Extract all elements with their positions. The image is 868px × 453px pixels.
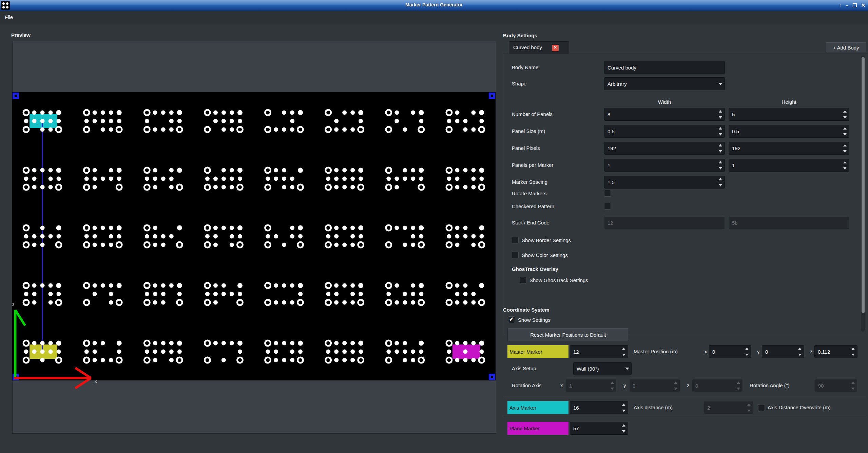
spin-down-button[interactable]	[841, 131, 849, 137]
keep-above-icon[interactable]: ↑	[839, 1, 842, 9]
show-ghostrack-settings-checkbox[interactable]	[520, 277, 526, 283]
minimize-icon[interactable]: –	[846, 1, 848, 9]
marker-r3-c1[interactable]	[84, 283, 122, 305]
marker-r2-c1[interactable]	[84, 225, 122, 248]
show-color-settings-checkbox[interactable]	[512, 252, 519, 258]
spin-up-button[interactable]	[841, 125, 849, 131]
marker-r2-c5[interactable]	[326, 225, 364, 248]
panel-size-height-spinbox[interactable]: 0.5	[729, 125, 849, 138]
marker-r0-c4[interactable]	[265, 110, 303, 132]
panels-per-marker-height-spinbox[interactable]: 1	[729, 159, 849, 172]
marker-r1-c1[interactable]	[84, 168, 122, 190]
marker-r1-c3[interactable]	[205, 168, 243, 190]
spin-down-button[interactable]	[716, 165, 725, 171]
marker-r0-c3[interactable]	[205, 110, 243, 132]
spin-up-button[interactable]	[716, 176, 725, 182]
marker-r3-c5[interactable]	[326, 283, 364, 305]
spin-up-button[interactable]	[716, 159, 725, 165]
spin-down-button[interactable]	[716, 182, 725, 188]
number-of-panels-height-spinbox[interactable]: 5	[729, 108, 849, 121]
spin-up-button[interactable]	[716, 142, 725, 148]
spin-up-button[interactable]	[849, 346, 857, 352]
marker-r0-c7[interactable]	[446, 110, 484, 132]
spin-down-button[interactable]	[620, 428, 628, 434]
panels-per-marker-width-spinbox[interactable]: 1	[604, 159, 725, 172]
end-code-input[interactable]: 5b	[729, 216, 849, 229]
spin-down-button[interactable]	[841, 165, 849, 171]
close-tab-icon[interactable]	[552, 45, 559, 51]
master-position-z-spinbox[interactable]: 0.112	[814, 345, 857, 358]
axis-marker-id-spinbox[interactable]: 16	[570, 401, 628, 414]
title-bar[interactable]: Marker Pattern Generator ↑ – ❐ ✕	[0, 0, 868, 11]
plane-marker-id-spinbox[interactable]: 57	[570, 422, 628, 435]
spin-down-button[interactable]	[849, 352, 857, 358]
show-border-settings-checkbox[interactable]	[512, 237, 519, 243]
spin-down-button[interactable]	[743, 352, 751, 358]
panel-pixels-width-spinbox[interactable]: 192	[604, 142, 725, 155]
axis-setup-dropdown[interactable]: Wall (90°)	[573, 362, 632, 375]
marker-r1-c5[interactable]	[326, 168, 364, 190]
reset-marker-positions-button[interactable]: Reset Marker Positions to Default	[507, 328, 629, 341]
marker-r1-c2[interactable]	[144, 168, 182, 190]
marker-canvas[interactable]: zx	[12, 92, 496, 380]
spin-up-button[interactable]	[716, 108, 725, 114]
shape-dropdown[interactable]: Arbitrary	[604, 77, 725, 90]
menu-file[interactable]: File	[5, 14, 13, 20]
marker-r4-c5[interactable]	[326, 340, 364, 363]
start-code-input[interactable]: 12	[604, 216, 725, 229]
scrollbar-thumb[interactable]	[862, 57, 865, 313]
marker-r1-c6[interactable]	[386, 168, 424, 190]
spin-up-button[interactable]	[743, 346, 751, 352]
number-of-panels-width-spinbox[interactable]: 8	[604, 108, 725, 121]
marker-r4-c2[interactable]	[144, 340, 182, 363]
marker-r4-c4[interactable]	[265, 340, 303, 363]
marker-r0-c5[interactable]	[326, 110, 364, 132]
spin-up-button[interactable]	[716, 125, 725, 131]
master-marker-id-spinbox[interactable]: 12	[570, 345, 628, 358]
panel-size-width-spinbox[interactable]: 0.5	[604, 125, 725, 138]
marker-r3-c6[interactable]	[386, 283, 424, 305]
marker-r3-c7[interactable]	[446, 283, 484, 305]
marker-r2-c2[interactable]	[144, 225, 182, 248]
marker-spacing-spinbox[interactable]: 1.5	[604, 176, 725, 189]
spin-up-button[interactable]	[620, 401, 628, 408]
spin-down-button[interactable]	[796, 352, 804, 358]
spin-up-button[interactable]	[841, 142, 849, 148]
rotate-markers-checkbox[interactable]	[604, 190, 611, 197]
marker-r1-c4[interactable]	[265, 168, 303, 190]
marker-r3-c2[interactable]	[144, 283, 182, 305]
panel-pixels-height-spinbox[interactable]: 192	[729, 142, 849, 155]
master-position-y-spinbox[interactable]: 0	[762, 345, 804, 358]
marker-r3-c4[interactable]	[265, 283, 303, 305]
spin-down-button[interactable]	[620, 408, 628, 414]
axis-distance-overwrite-checkbox[interactable]	[758, 404, 765, 411]
show-settings-checkbox[interactable]	[508, 316, 515, 323]
maximize-icon[interactable]: ❐	[852, 1, 857, 9]
marker-r2-c0[interactable]	[23, 225, 61, 248]
spin-down-button[interactable]	[716, 114, 725, 120]
marker-r1-c7[interactable]	[446, 168, 484, 190]
spin-up-button[interactable]	[841, 159, 849, 165]
spin-down-button[interactable]	[716, 148, 725, 154]
master-position-x-spinbox[interactable]: 0	[709, 345, 751, 358]
spin-down-button[interactable]	[716, 131, 725, 137]
marker-r2-c6[interactable]	[386, 225, 424, 248]
marker-r4-c6[interactable]	[386, 340, 424, 363]
marker-r2-c4[interactable]	[265, 225, 303, 248]
spin-down-button[interactable]	[620, 352, 628, 358]
spin-down-button[interactable]	[841, 148, 849, 154]
marker-r0-c1[interactable]	[84, 110, 122, 132]
spin-up-button[interactable]	[841, 108, 849, 114]
checkered-pattern-checkbox[interactable]	[604, 203, 611, 210]
spin-up-button[interactable]	[796, 346, 804, 352]
marker-r0-c6[interactable]	[386, 110, 424, 132]
add-body-button[interactable]: + Add Body	[826, 42, 866, 53]
close-icon[interactable]: ✕	[861, 1, 865, 9]
spin-down-button[interactable]	[841, 114, 849, 120]
marker-r2-c7[interactable]	[446, 225, 484, 248]
tab-curved-body[interactable]: Curved body	[509, 41, 569, 54]
body-name-input[interactable]: Curved body	[604, 61, 725, 74]
spin-up-button[interactable]	[620, 422, 628, 428]
marker-r3-c3[interactable]	[205, 283, 243, 305]
spin-up-button[interactable]	[620, 346, 628, 352]
